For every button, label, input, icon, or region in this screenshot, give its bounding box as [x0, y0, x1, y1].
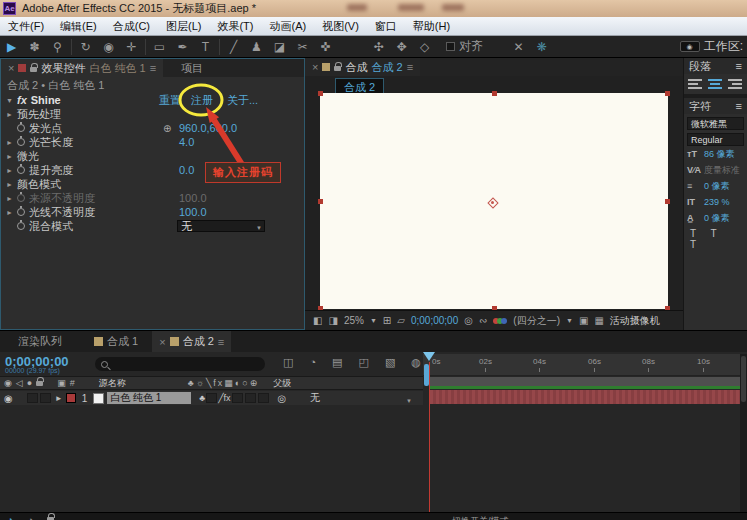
stopwatch-icon[interactable]: [17, 194, 25, 202]
menu-animation[interactable]: 动画(A): [262, 17, 315, 35]
channel-icon[interactable]: [493, 318, 507, 324]
property-value[interactable]: 960.0,600.0: [179, 122, 237, 134]
character-panel-header[interactable]: 字符≡: [684, 98, 747, 114]
parent-column[interactable]: 父级: [273, 377, 291, 390]
active-camera-selector[interactable]: 活动摄像机: [610, 314, 660, 328]
composition-viewport[interactable]: [320, 93, 668, 309]
chevron-down-icon[interactable]: ▼: [370, 317, 377, 324]
layer-row[interactable]: ◉ ► 1 白色 纯色 1 ♣ ╱fx ◎ 无 ▼: [0, 391, 423, 405]
grid-guides-icon[interactable]: ⊞: [383, 315, 391, 326]
menu-layer[interactable]: 图层(L): [158, 17, 209, 35]
register-link[interactable]: 注册: [191, 93, 213, 108]
pan-behind-tool-icon[interactable]: ✛: [120, 40, 143, 54]
toggle-switches-modes-button[interactable]: 切换开关/模式: [452, 515, 509, 520]
about-link[interactable]: 关于...: [227, 93, 258, 108]
property-value[interactable]: 0.0: [179, 164, 194, 176]
puppet-pin-tool-icon[interactable]: ✜: [314, 40, 337, 54]
tab-comp-1[interactable]: 合成 1: [80, 331, 152, 352]
align-left-button[interactable]: [688, 79, 702, 89]
composition-mini-flowchart-icon[interactable]: ◫: [283, 356, 293, 369]
selection-handle[interactable]: [318, 91, 323, 96]
layer-name[interactable]: 白色 纯色 1: [107, 392, 191, 404]
current-time-indicator-line[interactable]: [429, 362, 430, 512]
effect-switch[interactable]: [206, 393, 217, 403]
align-right-button[interactable]: [728, 79, 742, 89]
shape-tool-icon[interactable]: ▭: [148, 40, 171, 54]
motion-blur-switch[interactable]: [232, 393, 243, 403]
adjustment-switch[interactable]: [245, 393, 256, 403]
baseline-shift-value[interactable]: 0 像素: [704, 212, 730, 225]
property-value[interactable]: 100.0: [179, 206, 207, 218]
close-icon[interactable]: ×: [312, 61, 318, 73]
reset-link[interactable]: 重置: [159, 93, 181, 108]
tracking-value[interactable]: 0 像素: [704, 180, 730, 193]
menu-window[interactable]: 窗口: [367, 17, 405, 35]
pen-tool-icon[interactable]: ✒: [171, 40, 194, 54]
tab-render-queue[interactable]: 渲染队列: [0, 331, 80, 352]
tab-comp-2[interactable]: × 合成 2 ≡: [152, 331, 231, 352]
workspace-switch-icon[interactable]: ◉: [680, 41, 700, 52]
anchor-point-icon[interactable]: [488, 198, 497, 207]
close-icon[interactable]: ×: [8, 62, 14, 74]
selection-handle[interactable]: [665, 199, 670, 204]
faux-styles-row[interactable]: T T T: [684, 226, 747, 252]
frame-blending-icon[interactable]: ◰: [359, 356, 369, 369]
twirl-right-icon[interactable]: ►: [6, 167, 17, 174]
menu-edit[interactable]: 编辑(E): [52, 17, 105, 35]
font-family-select[interactable]: 微软雅黑: [687, 117, 744, 130]
resolution-value[interactable]: (四分之一): [513, 314, 560, 328]
selection-tool-icon[interactable]: ▶: [0, 40, 23, 54]
motion-blur-icon[interactable]: ▧: [385, 356, 395, 369]
mask-visibility-icon[interactable]: ▱: [397, 315, 405, 326]
stopwatch-icon[interactable]: [17, 124, 25, 132]
solo-toggle[interactable]: [40, 393, 51, 403]
expand-icon[interactable]: ◗: [8, 515, 13, 520]
type-tool-icon[interactable]: T: [194, 40, 217, 54]
view-axis-mode-icon[interactable]: ◇: [413, 40, 436, 54]
source-name-column[interactable]: 源名称: [99, 377, 126, 390]
graph-editor-icon[interactable]: ◍: [411, 356, 421, 369]
camera-tool-icon[interactable]: ◉: [97, 40, 120, 54]
close-icon[interactable]: ×: [159, 336, 165, 348]
font-size-value[interactable]: 86 像素: [704, 148, 735, 161]
parent-pickwhip-icon[interactable]: ◎: [278, 393, 287, 404]
local-axis-mode-icon[interactable]: ✣: [367, 40, 390, 54]
property-value[interactable]: 4.0: [179, 136, 194, 148]
world-axis-mode-icon[interactable]: ✥: [390, 40, 413, 54]
stopwatch-icon[interactable]: [17, 166, 25, 174]
menu-effect[interactable]: 效果(T): [209, 17, 261, 35]
snapping-icon[interactable]: ✕: [507, 40, 530, 54]
twirl-right-icon[interactable]: ►: [6, 139, 17, 146]
property-row-ray-length[interactable]: ► 光芒长度 4.0: [1, 135, 304, 149]
snapshot-icon[interactable]: ◎: [464, 315, 473, 326]
audio-toggle[interactable]: [27, 393, 38, 403]
playhead-icon[interactable]: [423, 352, 435, 361]
layer-duration-bar[interactable]: [430, 390, 740, 404]
panel-menu-icon[interactable]: ≡: [150, 62, 156, 74]
twirl-right-icon[interactable]: ►: [6, 181, 17, 188]
menu-composition[interactable]: 合成(C): [105, 17, 158, 35]
panel-menu-icon[interactable]: ≡: [218, 336, 224, 348]
quality-switch-icon[interactable]: ♣: [199, 393, 205, 403]
kerning-value[interactable]: 度量标准: [704, 164, 740, 177]
property-row-transfer-mode[interactable]: 混合模式 无 ▼: [1, 219, 304, 233]
panel-menu-icon[interactable]: ≡: [407, 61, 413, 73]
eraser-tool-icon[interactable]: ◪: [268, 40, 291, 54]
effect-header-row[interactable]: ▼ fx Shine 重置 注册 关于...: [1, 93, 304, 107]
chevron-down-icon[interactable]: ▼: [566, 317, 573, 324]
stopwatch-icon[interactable]: [17, 138, 25, 146]
mask-feather-icon[interactable]: ❋: [530, 40, 553, 54]
property-row-source-opacity[interactable]: ► 来源不透明度 100.0: [1, 191, 304, 205]
brush-tool-icon[interactable]: ╱: [222, 40, 245, 54]
crosshair-icon[interactable]: ⊕: [163, 123, 171, 134]
property-row-shine-opacity[interactable]: ► 光线不透明度 100.0: [1, 205, 304, 219]
time-ruler[interactable]: 0s 02s 04s 06s 08s 10s: [423, 354, 740, 376]
hide-shy-layers-icon[interactable]: ▤: [332, 356, 342, 369]
region-of-interest-icon[interactable]: ▣: [579, 315, 588, 326]
zoom-level[interactable]: 25%: [344, 315, 364, 326]
stopwatch-icon[interactable]: [17, 222, 25, 230]
paragraph-panel-header[interactable]: 段落≡: [684, 58, 747, 74]
fx-switch-icon[interactable]: ╱fx: [218, 393, 230, 403]
rotation-tool-icon[interactable]: ↻: [74, 40, 97, 54]
font-style-select[interactable]: Regular: [687, 133, 744, 146]
